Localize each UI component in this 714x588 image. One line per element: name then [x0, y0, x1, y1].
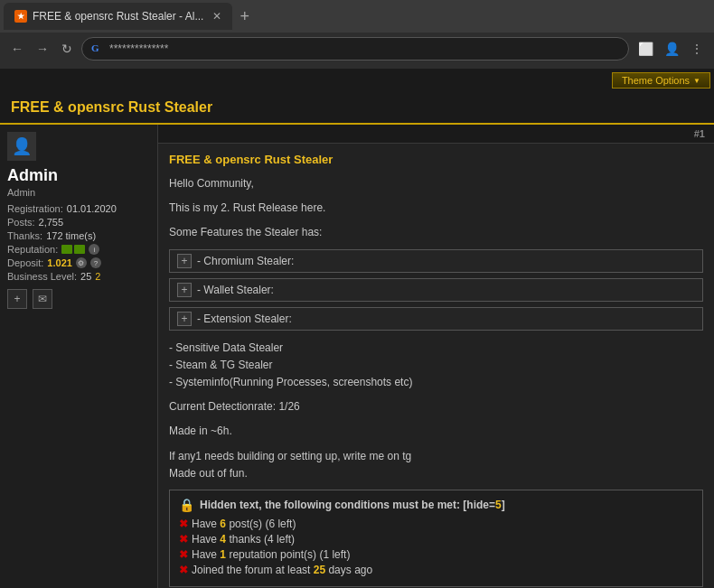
spoiler-wallet: + - Wallet Stealer:	[169, 278, 703, 302]
forum-body: 👤 Admin Admin Registration: 01.01.2020 P…	[0, 125, 714, 588]
new-tab-button[interactable]: +	[232, 7, 257, 26]
hidden-condition-1-3: ✖ Have 1 reputation point(s) (1 left)	[179, 548, 693, 561]
post-body: FREE & opensrc Rust Stealer Hello Commun…	[158, 144, 714, 588]
message-action-button[interactable]: ✉	[33, 289, 52, 309]
x-icon-1-1: ✖	[179, 518, 188, 530]
post-title: FREE & opensrc Rust Stealer	[169, 153, 703, 166]
google-icon: G	[91, 42, 104, 55]
x-icon-1-3: ✖	[179, 548, 188, 561]
hidden-block-1-header: 🔒 Hidden text, the following conditions …	[179, 498, 693, 512]
browser-actions: ⬜ 👤 ⋮	[634, 40, 707, 58]
address-bar[interactable]: G **************	[81, 37, 629, 61]
forum-title: FREE & opensrc Rust Stealer	[11, 99, 212, 115]
spoiler-label-2: - Wallet Stealer:	[197, 284, 274, 296]
post-greeting: Hello Community,	[169, 175, 703, 192]
hidden-condition-1-1: ✖ Have 6 post(s) (6 left)	[179, 518, 693, 530]
forum-header: FREE & opensrc Rust Stealer	[0, 92, 714, 125]
theme-options-button[interactable]: Theme Options	[612, 72, 710, 89]
posts-row: Posts: 2,755	[7, 217, 150, 228]
address-bar-row: ← → ↻ G ************** ⬜ 👤 ⋮	[0, 33, 714, 65]
made-in: Made in ~6h.	[169, 423, 703, 440]
tab-bar: ★ FREE & opensrc Rust Stealer - Al... ✕ …	[0, 0, 714, 33]
tab-title: FREE & opensrc Rust Stealer - Al...	[33, 10, 203, 23]
reputation-info-icon[interactable]: i	[89, 244, 99, 255]
additional-features: - Sensitive Data Stealer - Steam & TG St…	[169, 340, 703, 392]
refresh-button[interactable]: ↻	[58, 40, 76, 58]
thanks-row: Thanks: 172 time(s)	[7, 230, 150, 241]
theme-options-bar: Theme Options	[0, 69, 714, 92]
thanks-label: Thanks:	[7, 230, 42, 241]
spoiler-toggle-1[interactable]: +	[177, 254, 192, 268]
deposit-help-icon[interactable]: ?	[90, 257, 101, 268]
hidden-lock-icon-1: 🔒	[179, 498, 194, 512]
post-note: If any1 needs building or setting up, wr…	[169, 448, 703, 482]
action-icons: + ✉	[7, 289, 150, 309]
business-value: 25	[80, 271, 91, 282]
main-content: #1 FREE & opensrc Rust Stealer Hello Com…	[158, 125, 714, 588]
forward-button[interactable]: →	[33, 40, 52, 58]
extensions-button[interactable]: ⬜	[634, 40, 657, 58]
user-avatar-icon: 👤	[12, 136, 32, 156]
post-intro: This is my 2. Rust Release here.	[169, 200, 703, 217]
reputation-icons	[61, 245, 85, 254]
spoiler-label-1: - Chromium Stealer:	[197, 255, 294, 267]
spoiler-toggle-3[interactable]: +	[177, 312, 192, 326]
profile-button[interactable]: 👤	[661, 40, 683, 58]
deposit-row: Deposit: 1.021 ⚙ ?	[7, 257, 150, 268]
posts-label: Posts:	[7, 217, 35, 228]
spoiler-extension-header: + - Extension Stealer:	[170, 308, 702, 330]
tab-close-btn[interactable]: ✕	[212, 10, 221, 23]
business-link[interactable]: 2	[95, 271, 100, 282]
spoiler-label-3: - Extension Stealer:	[197, 313, 292, 325]
posts-count: 2,755	[39, 217, 64, 228]
add-action-button[interactable]: +	[7, 289, 27, 309]
spoiler-chromium: + - Chromium Stealer:	[169, 249, 703, 273]
registration-date: 01.01.2020	[67, 203, 117, 214]
hidden-condition-1-4: ✖ Joined the forum at least 25 days ago	[179, 564, 693, 576]
spoiler-chromium-header: + - Chromium Stealer:	[170, 250, 702, 272]
registration-row: Registration: 01.01.2020	[7, 203, 150, 214]
user-role: Admin	[7, 187, 150, 198]
x-icon-1-4: ✖	[179, 564, 188, 576]
post-header-bar: #1	[158, 125, 714, 144]
avatar: 👤	[7, 132, 36, 161]
menu-button[interactable]: ⋮	[687, 40, 707, 58]
post-features-intro: Some Features the Stealer has:	[169, 224, 703, 241]
back-button[interactable]: ←	[7, 40, 27, 58]
sidebar: 👤 Admin Admin Registration: 01.01.2020 P…	[0, 125, 158, 588]
reputation-row: Reputation: i	[7, 244, 150, 255]
forum-page: Theme Options FREE & opensrc Rust Steale…	[0, 69, 714, 588]
spoiler-toggle-2[interactable]: +	[177, 283, 192, 297]
post-number: #1	[694, 128, 705, 139]
address-text: **************	[109, 42, 168, 55]
rep-icon-2	[74, 245, 85, 254]
detection-rate: Current Detectionrate: 1/26	[169, 398, 703, 415]
hidden-title-1: Hidden text, the following conditions mu…	[200, 499, 505, 511]
thanks-count: 172 time(s)	[46, 230, 96, 241]
username: Admin	[7, 166, 150, 185]
registration-label: Registration:	[7, 203, 63, 214]
spoiler-wallet-header: + - Wallet Stealer:	[170, 279, 702, 301]
tab-favicon: ★	[14, 10, 27, 23]
browser-tab[interactable]: ★ FREE & opensrc Rust Stealer - Al... ✕	[4, 3, 232, 30]
rep-icon-1	[61, 245, 72, 254]
deposit-label: Deposit:	[7, 257, 43, 268]
hidden-block-1: 🔒 Hidden text, the following conditions …	[169, 490, 703, 587]
deposit-value: 1.021	[47, 257, 72, 268]
browser-chrome: ★ FREE & opensrc Rust Stealer - Al... ✕ …	[0, 0, 714, 69]
reputation-label: Reputation:	[7, 244, 58, 255]
x-icon-1-2: ✖	[179, 533, 188, 546]
spoiler-extension: + - Extension Stealer:	[169, 307, 703, 331]
deposit-icon[interactable]: ⚙	[76, 257, 87, 268]
business-label: Business Level:	[7, 271, 77, 282]
hidden-condition-1-2: ✖ Have 4 thanks (4 left)	[179, 533, 693, 546]
business-row: Business Level: 25 2	[7, 271, 150, 282]
